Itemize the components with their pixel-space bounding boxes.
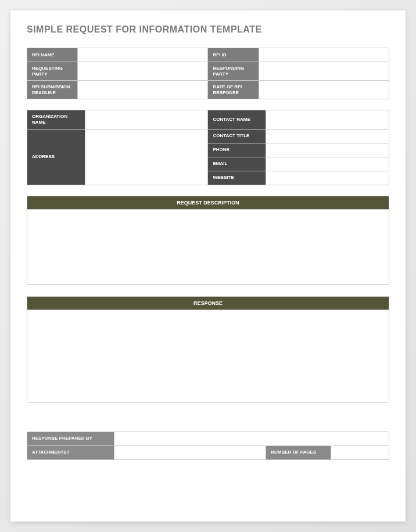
requesting-party-cell (78, 62, 208, 81)
rfi-name-input[interactable] (78, 48, 207, 62)
responding-party-cell (259, 62, 389, 81)
spacer (27, 414, 389, 432)
requesting-party-label: REQUESTING PARTY (27, 62, 78, 81)
num-pages-label: NUMBER OF PAGES (266, 445, 331, 459)
contact-name-cell (266, 110, 389, 129)
rfi-id-label: RFI ID (208, 48, 259, 62)
contact-title-cell (266, 129, 389, 143)
address-input[interactable] (85, 130, 208, 185)
attachments-cell (114, 445, 266, 459)
response-header: RESPONSE (27, 296, 389, 310)
rfi-id-cell (259, 48, 389, 62)
website-label: WEBSITE (208, 171, 266, 185)
attachments-label: ATTACHMENTS? (27, 445, 114, 459)
org-name-cell (85, 110, 208, 129)
address-cell (85, 129, 208, 185)
request-description-textarea[interactable] (27, 210, 389, 284)
response-textarea[interactable] (27, 310, 389, 402)
rfi-name-label: RFI NAME (27, 48, 78, 62)
organization-table: ORGANIZATION NAME CONTACT NAME ADDRESS C… (27, 110, 389, 185)
address-label: ADDRESS (27, 129, 85, 185)
document-page: SIMPLE REQUEST FOR INFORMATION TEMPLATE … (10, 10, 406, 522)
date-response-input[interactable] (259, 81, 389, 99)
contact-title-input[interactable] (266, 130, 389, 143)
attachments-input[interactable] (114, 446, 266, 459)
num-pages-cell (331, 445, 389, 459)
responding-party-input[interactable] (259, 62, 389, 80)
submission-deadline-label: RFI SUBMISSION DEADLINE (27, 81, 78, 99)
prepared-by-label: RESPONSE PREPARED BY (27, 432, 114, 445)
rfi-header-table: RFI NAME RFI ID REQUESTING PARTY RESPOND… (27, 48, 389, 99)
org-name-label: ORGANIZATION NAME (27, 110, 85, 129)
phone-cell (266, 143, 389, 157)
request-description-body (27, 209, 389, 285)
submission-deadline-cell (78, 81, 208, 99)
date-response-label: DATE OF RFI RESPONSE (208, 81, 259, 99)
email-cell (266, 157, 389, 171)
website-cell (266, 171, 389, 185)
email-label: EMAIL (208, 157, 266, 171)
requesting-party-input[interactable] (78, 62, 207, 80)
website-input[interactable] (266, 171, 389, 185)
phone-label: PHONE (208, 143, 266, 157)
prepared-by-cell (114, 432, 389, 445)
contact-name-label: CONTACT NAME (208, 110, 266, 129)
num-pages-input[interactable] (331, 446, 389, 459)
contact-name-input[interactable] (266, 110, 389, 128)
footer-table: RESPONSE PREPARED BY ATTACHMENTS? NUMBER… (27, 432, 389, 460)
submission-deadline-input[interactable] (78, 81, 207, 99)
rfi-name-cell (78, 48, 208, 62)
page-title: SIMPLE REQUEST FOR INFORMATION TEMPLATE (27, 24, 389, 35)
request-description-header: REQUEST DESCRIPTION (27, 196, 389, 209)
response-body (27, 310, 389, 402)
responding-party-label: RESPONDING PARTY (208, 62, 259, 81)
email-input[interactable] (266, 157, 389, 171)
rfi-id-input[interactable] (259, 48, 389, 62)
contact-title-label: CONTACT TITLE (208, 129, 266, 143)
phone-input[interactable] (266, 143, 389, 157)
prepared-by-input[interactable] (114, 432, 389, 445)
org-name-input[interactable] (85, 110, 208, 128)
date-response-cell (259, 81, 389, 99)
